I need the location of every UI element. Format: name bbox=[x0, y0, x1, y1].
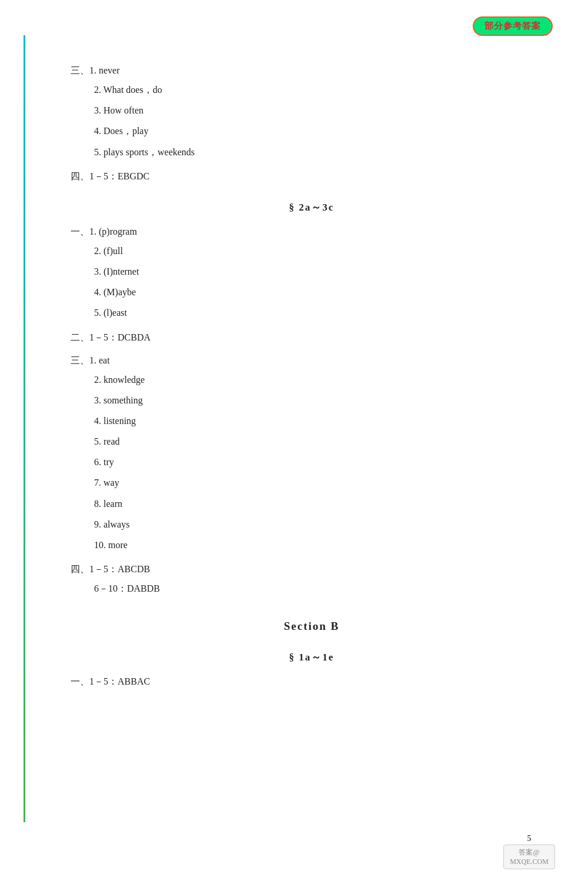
section2-group3-item-1: 3. something bbox=[94, 392, 553, 408]
group3-item-2: 3. How often bbox=[94, 102, 553, 118]
group3-item-3: 4. Does，play bbox=[94, 123, 553, 139]
group3-title: 三、1. never bbox=[71, 65, 553, 77]
group3-item-1: 2. What does，do bbox=[94, 82, 553, 98]
section2-group3-item-3: 5. read bbox=[94, 433, 553, 449]
sectionb-group1: 一、1－5：ABBAC bbox=[71, 676, 553, 688]
group4-answer: 四、1－5：EBGDC bbox=[71, 171, 553, 183]
section2-group3-item-4: 6. try bbox=[94, 454, 553, 470]
section2-group3-item-2: 4. listening bbox=[94, 413, 553, 429]
section-1a-1e-header: § 1a～1e bbox=[71, 650, 553, 664]
page-container: 部分参考答案 三、1. never 2. What does，do 3. How… bbox=[0, 0, 588, 881]
section2-group1-title: 一、1. (p)rogram bbox=[71, 226, 553, 238]
section2-group3-item-0: 2. knowledge bbox=[94, 372, 553, 388]
logo-text: 答案@MXQE.COM bbox=[510, 848, 549, 866]
section2-group1-item-2: 4. (M)aybe bbox=[94, 284, 553, 300]
page-number: 5 bbox=[527, 834, 532, 843]
section2-group3-item-6: 8. learn bbox=[94, 496, 553, 512]
top-badge: 部分参考答案 bbox=[473, 16, 553, 36]
section2-group1-item-3: 5. (l)east bbox=[94, 305, 553, 321]
section2-group2: 二、1－5：DCBDA bbox=[71, 332, 553, 344]
section2-group4b: 6－10：DABDB bbox=[94, 580, 553, 596]
section2-group1-item-1: 3. (I)nternet bbox=[94, 263, 553, 279]
section-2a-3c-header: § 2a～3c bbox=[71, 201, 553, 214]
section2-group3-title: 三、1. eat bbox=[71, 355, 553, 367]
section2-group3-item-5: 7. way bbox=[94, 475, 553, 490]
logo-watermark: 答案@MXQE.COM bbox=[503, 845, 555, 869]
section2-group1-item-0: 2. (f)ull bbox=[94, 243, 553, 259]
section2-group3-item-7: 9. always bbox=[94, 516, 553, 532]
main-content: 三、1. never 2. What does，do 3. How often … bbox=[71, 65, 553, 688]
section-b-header: Section B bbox=[71, 620, 553, 633]
group3-item-4: 5. plays sports，weekends bbox=[94, 144, 553, 160]
footer-logo: 5 答案@MXQE.COM bbox=[494, 834, 564, 869]
section2-group3-item-8: 10. more bbox=[94, 537, 553, 553]
section2-group4a: 四、1－5：ABCDB bbox=[71, 563, 553, 576]
left-border-decoration bbox=[24, 35, 25, 822]
